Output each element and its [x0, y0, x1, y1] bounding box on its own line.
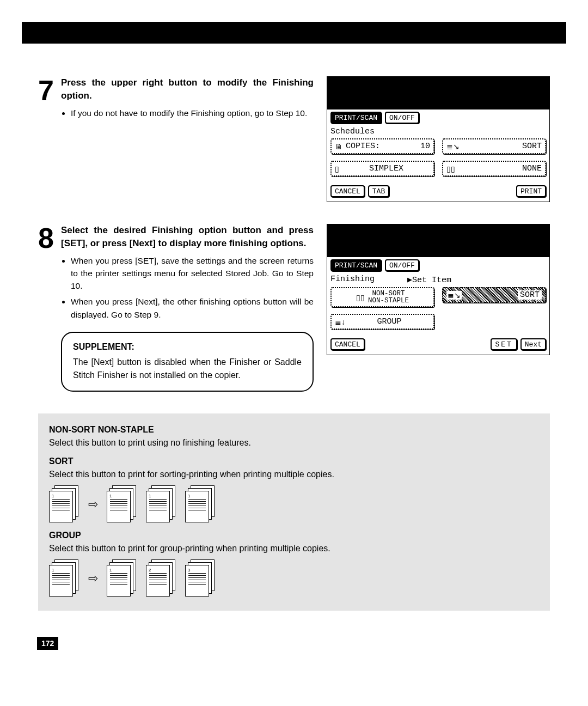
- supplement-body: The [Next] button is disabled when the F…: [73, 356, 302, 382]
- sort-icon: ≣↘: [446, 291, 462, 300]
- cancel-button[interactable]: CANCEL: [330, 185, 365, 197]
- step-8-bullet: When you press [Next], the other finishi…: [71, 295, 314, 321]
- nonsort-body: Select this button to print using no fin…: [49, 436, 539, 449]
- group-body: Select this button to print for group-pr…: [49, 542, 539, 555]
- step-8-bullets: When you press [SET], save the settings …: [61, 254, 314, 321]
- finishing-none-icon: ▯▯: [446, 165, 455, 173]
- page-content: 7 Press the upper right button to modify…: [0, 44, 588, 627]
- nonsort-heading: NON-SORT NON-STAPLE: [49, 423, 539, 436]
- copies-button[interactable]: 🗎 COPIES: 10: [330, 138, 434, 154]
- lcd-panel-finishing: PRINT/SCAN ON/OFF Finishing ▶Set Item ▯▯…: [327, 224, 550, 355]
- step-7-title: Press the upper right button to modify t…: [61, 76, 314, 102]
- sort-button-selected[interactable]: ≣↘ SORT: [442, 287, 546, 303]
- step-7-bullet: If you do not have to modify the Finishi…: [71, 107, 314, 119]
- sort-button[interactable]: ≣↘ SORT: [442, 138, 546, 154]
- group-button[interactable]: ≣↓ GROUP: [330, 314, 434, 330]
- supplement-box: SUPPLEMENT: The [Next] button is disable…: [61, 332, 314, 392]
- supplement-title: SUPPLEMENT:: [73, 340, 302, 354]
- lcd2-subhead-right: ▶Set Item: [407, 275, 451, 285]
- print-scan-button[interactable]: PRINT/SCAN: [330, 259, 382, 271]
- simplex-button[interactable]: ▯ SIMPLEX: [330, 161, 434, 176]
- page-number: 172: [37, 637, 58, 650]
- sort-body: Select this button to print for sorting-…: [49, 468, 539, 481]
- on-off-button[interactable]: ON/OFF: [385, 112, 419, 124]
- page-header-bar: [22, 22, 566, 44]
- step-7-number: 7: [38, 76, 57, 105]
- step-7-bullets: If you do not have to modify the Finishi…: [61, 107, 314, 119]
- cancel-button[interactable]: CANCEL: [330, 338, 365, 350]
- set-button[interactable]: SET: [491, 338, 517, 350]
- sort-illustration: ⇨: [49, 485, 539, 524]
- step-8-number: 8: [38, 224, 57, 252]
- print-scan-button[interactable]: PRINT/SCAN: [330, 112, 382, 124]
- lcd1-black-area: [327, 77, 549, 109]
- tab-button[interactable]: TAB: [368, 185, 389, 197]
- arrow-icon: ⇨: [88, 495, 98, 513]
- lcd1-subhead: Schedules: [330, 127, 375, 136]
- next-button[interactable]: Next: [520, 338, 546, 350]
- lcd-panel-schedules: PRINT/SCAN ON/OFF Schedules 🗎 COPIES: 10…: [327, 76, 550, 202]
- lcd2-black-area: [327, 224, 549, 257]
- nonsort-icon: ▯▯: [356, 293, 365, 302]
- step-8-title: Select the desired Finishing option butt…: [61, 224, 314, 250]
- print-button[interactable]: PRINT: [516, 185, 546, 197]
- sort-icon: ≣↘: [446, 142, 460, 151]
- step-7-row: 7 Press the upper right button to modify…: [38, 76, 550, 202]
- nonsort-nonstaple-button[interactable]: ▯▯ NON-SORT NON-STAPLE: [330, 287, 434, 307]
- on-off-button[interactable]: ON/OFF: [385, 259, 419, 271]
- arrow-icon: ⇨: [88, 569, 98, 587]
- sort-heading: SORT: [49, 455, 539, 468]
- step-8-bullet: When you press [SET], save the settings …: [71, 254, 314, 293]
- group-icon: ≣↓: [335, 318, 345, 326]
- none-button[interactable]: ▯▯ NONE: [442, 161, 546, 176]
- finishing-options-description: NON-SORT NON-STAPLE Select this button t…: [38, 413, 550, 611]
- group-illustration: ⇨: [49, 559, 539, 598]
- step-8-row: 8 Select the desired Finishing option bu…: [38, 224, 550, 392]
- simplex-icon: ▯: [335, 165, 339, 173]
- lcd2-subhead-left: Finishing: [330, 275, 375, 285]
- copies-icon: 🗎: [335, 142, 342, 151]
- group-heading: GROUP: [49, 529, 539, 542]
